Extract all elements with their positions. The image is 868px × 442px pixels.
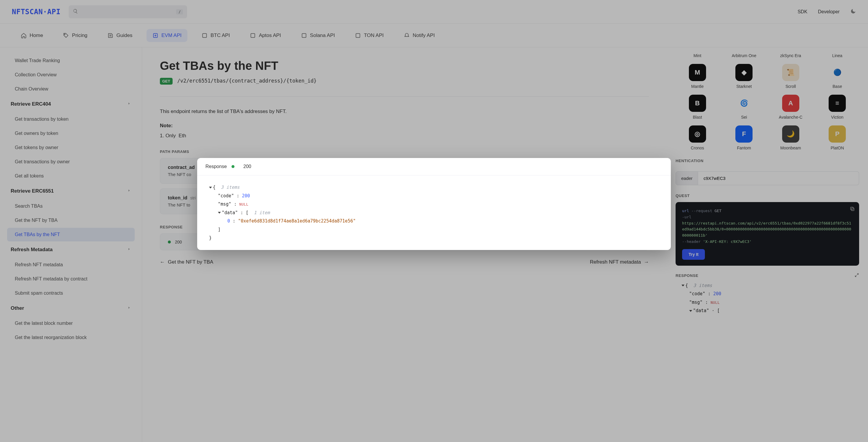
- collapse-icon[interactable]: [209, 187, 212, 189]
- response-modal: Response 200 { 3 items "code" : 200 "msg…: [197, 158, 671, 250]
- modal-json-tree: { 3 items "code" : 200 "msg" : NULL "dat…: [209, 183, 659, 242]
- modal-status: 200: [243, 164, 251, 169]
- modal-overlay[interactable]: Response 200 { 3 items "code" : 200 "msg…: [0, 0, 868, 442]
- modal-title: Response: [206, 164, 227, 169]
- collapse-icon[interactable]: [218, 212, 221, 214]
- status-dot-icon: [231, 165, 235, 168]
